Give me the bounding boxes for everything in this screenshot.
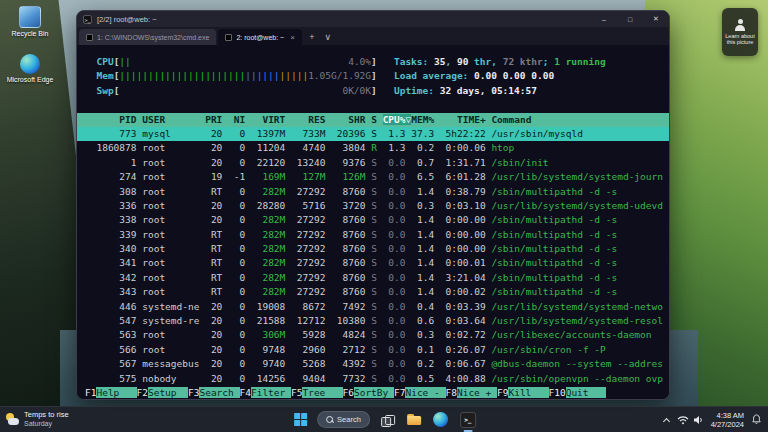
meter-line-mem: Mem[|||||||||||||||||||||||||||||||||1.0… <box>85 69 661 83</box>
wifi-icon <box>677 415 689 425</box>
search-box[interactable]: Search <box>317 411 370 428</box>
desktop-icon-label: Microsoft Edge <box>4 76 56 84</box>
desktop-icon-microsoft-edge[interactable]: Microsoft Edge <box>4 54 56 84</box>
cmd-icon <box>86 34 93 41</box>
desktop-icon-label: Recycle Bin <box>4 30 56 38</box>
taskbar-center: Search >_ <box>290 407 478 432</box>
tab-label: 2: root@web: ~ <box>236 34 284 41</box>
bell-icon <box>751 414 762 425</box>
edge-button[interactable] <box>431 410 451 430</box>
tab-bar: 1: C:\WINDOWS\system32\cmd.exe 2: root@w… <box>77 27 669 45</box>
meter-line-cpu: CPU[|| 4.0%] Tasks: 35, 90 thr, 72 kthr;… <box>85 55 661 69</box>
fkey-f7[interactable]: F7Nice - <box>394 387 446 398</box>
weather-widget[interactable]: Temps to rise Saturday <box>6 411 69 428</box>
tab-root-web[interactable]: 2: root@web: ~ × <box>218 29 301 45</box>
windows-logo-icon <box>294 413 307 426</box>
process-row[interactable]: 563 root 20 0 306M 5928 4824 S 0.0 0.3 0… <box>85 328 661 342</box>
fkey-f10[interactable]: F10Quit <box>549 387 606 398</box>
process-row[interactable]: 566 root 20 0 9748 2960 2712 S 0.0 0.1 0… <box>85 343 661 357</box>
process-row[interactable]: 336 root 20 0 28280 5716 3720 S 0.0 0.3 … <box>85 199 661 213</box>
fkey-f3[interactable]: F3Search <box>188 387 240 398</box>
date-label: 4/27/2024 <box>711 420 744 429</box>
task-view-icon <box>381 415 393 425</box>
process-row[interactable]: 773 mysql 20 0 1397M 733M 20396 S 1.3 37… <box>77 127 669 141</box>
process-header[interactable]: PID USER PRI NI VIRT RES SHR S CPU%▽MEM%… <box>77 113 669 127</box>
tab-close-icon[interactable]: × <box>290 33 295 42</box>
weather-subtext: Saturday <box>24 420 69 428</box>
system-tray: 4:38 AM 4/27/2024 <box>663 407 762 432</box>
spotlight-widget[interactable]: Learn about this picture <box>722 8 758 56</box>
file-explorer-button[interactable] <box>404 410 424 430</box>
task-view-button[interactable] <box>377 410 397 430</box>
minimize-button[interactable]: – <box>591 11 617 27</box>
notification-center-button[interactable] <box>751 414 762 425</box>
tab-cmd[interactable]: 1: C:\WINDOWS\system32\cmd.exe <box>79 29 216 45</box>
active-app-indicator <box>463 430 472 432</box>
search-label: Search <box>337 415 361 424</box>
weather-icon <box>6 413 19 426</box>
function-key-bar: F1Help F2Setup F3Search F4Filter F5Tree … <box>85 386 661 400</box>
meter-line-swp: Swp[ 0K/0K] Uptime: 32 days, 05:14:57 <box>85 84 661 98</box>
htop-screen: CPU[|| 4.0%] Tasks: 35, 90 thr, 72 kthr;… <box>77 45 669 399</box>
process-row[interactable]: 1 root 20 0 22120 13240 9376 S 0.0 0.7 1… <box>85 156 661 170</box>
search-icon <box>326 416 333 423</box>
window-title: [2/2] root@web: ~ <box>97 15 157 24</box>
tab-label: 1: C:\WINDOWS\system32\cmd.exe <box>97 34 209 41</box>
process-rows: 773 mysql 20 0 1397M 733M 20396 S 1.3 37… <box>85 127 661 386</box>
process-row[interactable]: 341 root RT 0 282M 27292 8760 S 0.0 1.4 … <box>85 256 661 270</box>
edge-icon <box>433 412 448 427</box>
terminal-icon: >_ <box>460 412 476 428</box>
process-row[interactable]: 340 root RT 0 282M 27292 8760 S 0.0 1.4 … <box>85 242 661 256</box>
process-row[interactable]: 575 nobody 20 0 14256 9404 7732 S 0.0 0.… <box>85 372 661 386</box>
htop-meters: CPU[|| 4.0%] Tasks: 35, 90 thr, 72 kthr;… <box>85 55 661 98</box>
title-bar[interactable]: >_ [2/2] root@web: ~ – □ ✕ <box>77 11 669 27</box>
fkey-f9[interactable]: F9Kill <box>497 387 549 398</box>
hidden-icons-chevron-icon[interactable] <box>663 416 670 423</box>
weather-headline: Temps to rise <box>24 411 69 420</box>
fkey-f5[interactable]: F5Tree <box>291 387 343 398</box>
process-row[interactable]: 342 root RT 0 282M 27292 8760 S 0.0 1.4 … <box>85 271 661 285</box>
process-row[interactable]: 338 root 20 0 282M 27292 8760 S 0.0 1.4 … <box>85 213 661 227</box>
process-row[interactable]: 547 systemd-re 20 0 21588 12712 10380 S … <box>85 314 661 328</box>
network-volume-group[interactable] <box>677 415 704 425</box>
spotlight-label: Learn about this picture <box>722 33 758 46</box>
process-row[interactable]: 446 systemd-ne 20 0 19008 8672 7492 S 0.… <box>85 300 661 314</box>
terminal-button[interactable]: >_ <box>458 410 478 430</box>
start-button[interactable] <box>290 410 310 430</box>
maximize-button[interactable]: □ <box>617 11 643 27</box>
window-controls: – □ ✕ <box>591 11 669 27</box>
fkey-f1[interactable]: F1Help <box>85 387 137 398</box>
desktop-icon-recycle-bin[interactable]: Recycle Bin <box>4 6 56 38</box>
terminal-tab-icon <box>225 34 232 41</box>
folder-icon <box>407 414 421 425</box>
new-tab-button[interactable]: + <box>304 29 320 45</box>
tab-dropdown-icon[interactable]: ∨ <box>320 29 336 45</box>
terminal-window: >_ [2/2] root@web: ~ – □ ✕ 1: C:\WINDOWS… <box>76 10 670 400</box>
fkey-f6[interactable]: F6SortBy <box>343 387 395 398</box>
fkey-f2[interactable]: F2Setup <box>137 387 189 398</box>
taskbar: Temps to rise Saturday Search >_ <box>0 406 768 432</box>
time-label: 4:38 AM <box>711 411 744 420</box>
edge-icon <box>20 54 40 74</box>
terminal-app-icon: >_ <box>83 15 92 24</box>
recycle-bin-icon <box>19 6 41 28</box>
spacer-line <box>85 98 661 112</box>
taskbar-clock[interactable]: 4:38 AM 4/27/2024 <box>711 411 744 429</box>
person-icon <box>734 19 746 31</box>
fkey-f4[interactable]: F4Filter <box>240 387 292 398</box>
fkey-f8[interactable]: F8Nice + <box>446 387 498 398</box>
close-button[interactable]: ✕ <box>643 11 669 27</box>
process-row[interactable]: 274 root 19 -1 169M 127M 126M S 0.0 6.5 … <box>85 170 661 184</box>
process-row[interactable]: 339 root RT 0 282M 27292 8760 S 0.0 1.4 … <box>85 228 661 242</box>
process-row[interactable]: 343 root RT 0 282M 27292 8760 S 0.0 1.4 … <box>85 285 661 299</box>
volume-icon <box>693 415 704 425</box>
process-row[interactable]: 567 messagebus 20 0 9740 5268 4392 S 0.0… <box>85 357 661 371</box>
process-row[interactable]: 1860878 root 20 0 11204 4740 3804 R 1.3 … <box>85 141 661 155</box>
process-row[interactable]: 308 root RT 0 282M 27292 8760 S 0.0 1.4 … <box>85 185 661 199</box>
